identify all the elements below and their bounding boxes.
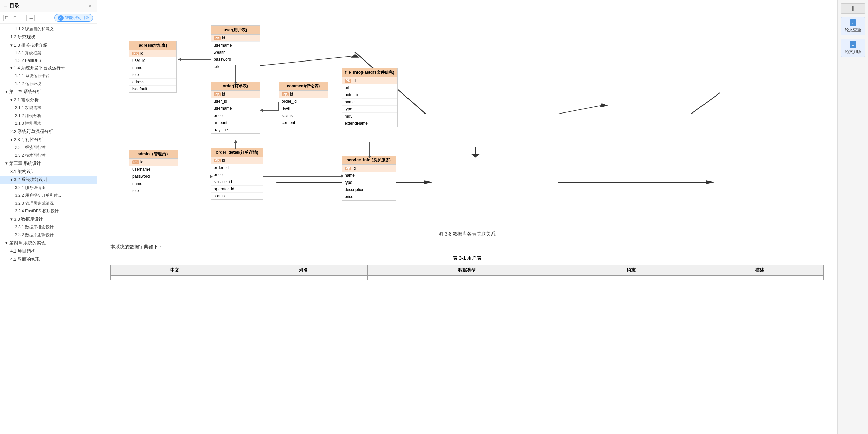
pk-badge: PK	[214, 36, 221, 40]
sidebar-item-2-3-2[interactable]: 2.3.2 技术可行性	[0, 152, 97, 159]
sidebar-item-2-1-2[interactable]: 2.1.2 用例分析	[0, 112, 97, 120]
field-order-amount: amount	[211, 119, 260, 126]
table-admin: admin（管理员） PKid username password name t…	[129, 150, 178, 194]
arrow-detail-service-head	[341, 174, 344, 178]
table-service-info-pk: PKid	[342, 165, 396, 172]
toolbar-icon-1[interactable]: ☐	[3, 15, 10, 21]
sidebar-item-1-4-1[interactable]: 1.4.1 系统运行平台	[0, 72, 97, 80]
field-adress-isdefault: isdefault	[129, 86, 176, 92]
sidebar-item-ch3[interactable]: ▾ 第三章 系统设计	[0, 159, 97, 168]
sidebar-item-1-3-1[interactable]: 1.3.1 系统框架	[0, 49, 97, 57]
sidebar-item-3-3-2[interactable]: 3.3.2 数据库逻辑设计	[0, 231, 97, 239]
field-adress-adress: adress	[129, 79, 176, 86]
sidebar-item-2-2[interactable]: 2.2 系统订单流程分析	[0, 127, 97, 136]
ai-recognize-button[interactable]: AI 智能识别目录	[54, 14, 93, 22]
table-order-pk: PKid	[211, 91, 260, 98]
arrow-user-adress-head	[178, 58, 181, 61]
pk-badge-adress: PK	[132, 52, 139, 55]
table-comment: comment(评论表) PKid order_id level status …	[279, 82, 328, 126]
col-chinese: 中文	[111, 265, 239, 276]
sidebar-item-2-3[interactable]: ▾ 2.3 可行性分析	[0, 136, 97, 144]
sidebar-item-4-2[interactable]: 4.2 界面的实现	[0, 255, 97, 263]
arrow-admin-detail-head	[210, 175, 213, 178]
field-detail-price: price	[211, 171, 263, 178]
sidebar-title-area: ≡ 目录	[4, 3, 19, 9]
arrow-file-service-v	[369, 142, 370, 156]
sidebar-item-1-3[interactable]: ▾ 1.3 相关技术介绍	[0, 41, 97, 49]
field-file-extendname: extendName	[342, 120, 397, 127]
sidebar-tree: 1.1.2 课题目的和意义 1.2 研究现状 ▾ 1.3 相关技术介绍 1.3.…	[0, 24, 97, 434]
upload-icon[interactable]: ⬆	[841, 3, 865, 14]
main-content: user(用户表) PKid username wealth password …	[97, 0, 837, 434]
sidebar-item-3-3[interactable]: ▾ 3.3 数据库设计	[0, 215, 97, 223]
sidebar-item-3-1[interactable]: 3.1 架构设计	[0, 168, 97, 176]
cell	[695, 276, 824, 280]
field-detail-operatorid: operator_id	[211, 186, 263, 193]
sidebar-item-ch4[interactable]: ▾ 第四章 系统的实现	[0, 239, 97, 247]
check-paper-icon: ✓	[850, 19, 856, 26]
field-order-userid: user_id	[211, 98, 260, 105]
table-comment-header: comment(评论表)	[279, 82, 328, 91]
arrange-paper-icon: ≡	[850, 41, 856, 48]
table-user-pk: PKid	[211, 35, 260, 42]
svg-marker-4	[471, 154, 480, 158]
table-file-info: file_info(Fastdfs文件信息) PKid url outer_id…	[342, 68, 398, 127]
sidebar-item-2-1-1[interactable]: 2.1.1 功能需求	[0, 104, 97, 112]
arrow-order-detail-v	[235, 142, 236, 149]
sidebar-item-3-2[interactable]: ▾ 3.2 系统功能设计	[0, 176, 97, 184]
field-admin-tele: tele	[129, 187, 178, 194]
sidebar-item-1-4[interactable]: ▾ 1.4 系统开发平台及运行环...	[0, 64, 97, 72]
toolbar-icon-3[interactable]: +	[20, 15, 27, 21]
sidebar-item-1-2[interactable]: 1.2 研究现状	[0, 33, 97, 41]
sidebar-item-2-1[interactable]: ▾ 2.1 需求分析	[0, 96, 97, 104]
sidebar-item-3-2-3[interactable]: 3.2.3 管理员完成清洗	[0, 199, 97, 207]
field-detail-status: status	[211, 193, 263, 199]
field-comment-orderid: order_id	[279, 98, 328, 105]
sidebar-item-1-4-2[interactable]: 1.4.2 运行环境	[0, 80, 97, 88]
toolbar-icon-2[interactable]: ☐	[12, 15, 18, 21]
cell	[367, 276, 567, 280]
arrange-paper-button[interactable]: ≡ 论文排版	[841, 39, 865, 57]
sidebar-item-2-3-1[interactable]: 2.3.1 经济可行性	[0, 144, 97, 152]
field-file-url: url	[342, 84, 397, 91]
sidebar-item-3-3-1[interactable]: 3.3.1 数据库概念设计	[0, 223, 97, 231]
field-service-price: price	[342, 193, 396, 200]
svg-marker-6	[600, 103, 608, 107]
field-comment-status: status	[279, 112, 328, 119]
sidebar-item-1-1-2[interactable]: 1.1.2 课题目的和意义	[0, 25, 97, 33]
col-constraint: 约束	[567, 265, 695, 276]
field-file-md5: md5	[342, 113, 397, 120]
svg-marker-1	[351, 54, 359, 57]
table-adress-header: adress(地址表)	[129, 41, 176, 50]
sidebar-item-1-3-2[interactable]: 1.3.2 FastDFS	[0, 57, 97, 64]
table-user: user(用户表) PKid username wealth password …	[211, 25, 260, 70]
cell	[567, 276, 695, 280]
sidebar-item-4-1[interactable]: 4.1 项目结构	[0, 247, 97, 255]
table-file-info-header: file_info(Fastdfs文件信息)	[342, 68, 397, 77]
data-dictionary-table: 中文 列名 数据类型 约束 描述	[110, 265, 824, 280]
arrow-user-order-head	[234, 82, 237, 84]
field-user-username: username	[211, 42, 260, 49]
check-paper-button[interactable]: ✓ 论文查重	[841, 17, 865, 35]
field-file-type: type	[342, 106, 397, 113]
table-comment-pk: PKid	[279, 91, 328, 98]
sidebar-item-3-2-4[interactable]: 3.2.4 FastDFS 模块设计	[0, 207, 97, 215]
sidebar-item-ch2[interactable]: ▾ 第二章 系统分析	[0, 88, 97, 96]
col-desc: 描述	[695, 265, 824, 276]
field-detail-serviceid: service_id	[211, 178, 263, 186]
field-order-paytime: paytime	[211, 126, 260, 133]
arrow-comment-order	[278, 102, 279, 110]
arrow-file-service-head	[368, 156, 371, 158]
col-colname: 列名	[239, 265, 367, 276]
arrow-order-username	[262, 110, 279, 111]
menu-icon: ≡	[4, 3, 7, 9]
field-adress-userid: user_id	[129, 57, 176, 64]
toolbar-icon-4[interactable]: —	[28, 15, 35, 21]
sidebar-header: ≡ 目录 ✕	[0, 0, 97, 12]
sidebar-item-3-2-1[interactable]: 3.2.1 服务详情页	[0, 184, 97, 192]
close-icon[interactable]: ✕	[88, 3, 92, 9]
field-order-username: username	[211, 105, 260, 112]
table-adress-pk: PKid	[129, 50, 176, 57]
sidebar-item-3-2-2[interactable]: 3.2.2 用户提交订单和付...	[0, 192, 97, 199]
sidebar-item-2-1-3[interactable]: 2.1.3 性能需求	[0, 120, 97, 127]
